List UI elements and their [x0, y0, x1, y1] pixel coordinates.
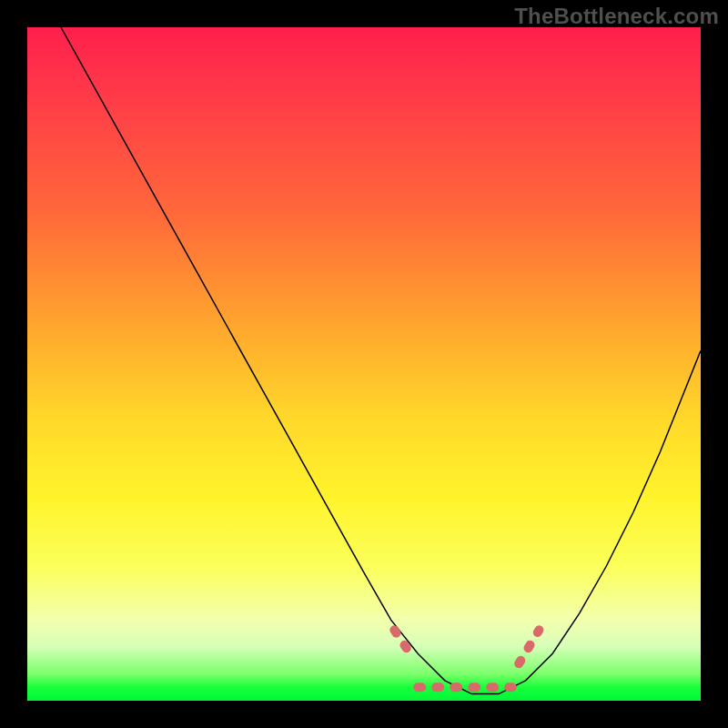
chart-frame: TheBottleneck.com [0, 0, 728, 728]
plot-area [27, 27, 701, 701]
watermark-text: TheBottleneck.com [514, 4, 719, 29]
highlight-markers [394, 630, 539, 687]
curve-layer [27, 27, 701, 701]
highlight-segment [519, 630, 539, 663]
bottleneck-curve [61, 27, 701, 694]
